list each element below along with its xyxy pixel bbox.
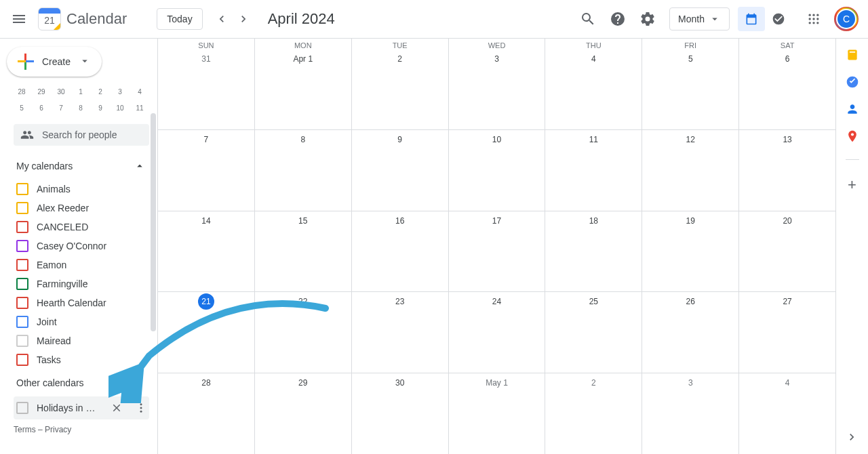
day-cell[interactable]: May 1 xyxy=(449,373,546,454)
day-cell[interactable]: 9 xyxy=(352,130,449,211)
mini-cal-day[interactable]: 6 xyxy=(33,100,50,116)
day-cell[interactable]: 10 xyxy=(449,130,546,211)
day-cell[interactable]: 25 xyxy=(545,292,642,373)
day-cell[interactable]: 27 xyxy=(739,292,835,373)
day-cell[interactable]: 26 xyxy=(642,292,739,373)
sidebar-scrollbar[interactable] xyxy=(149,113,157,449)
day-cell[interactable]: 6 xyxy=(739,49,835,130)
calendar-checkbox[interactable] xyxy=(16,259,28,271)
day-cell[interactable]: 31 xyxy=(158,49,255,130)
calendar-view-toggle[interactable] xyxy=(738,7,765,31)
day-cell[interactable]: 3 xyxy=(642,373,739,454)
keep-icon[interactable] xyxy=(846,48,859,62)
hide-side-panel-button[interactable] xyxy=(845,430,859,446)
tasks-icon[interactable] xyxy=(846,75,859,89)
mini-cal-day[interactable]: 9 xyxy=(92,100,108,116)
mini-cal-day[interactable]: 5 xyxy=(14,100,30,116)
account-avatar[interactable]: C xyxy=(835,8,857,30)
day-cell[interactable]: 4 xyxy=(545,49,642,130)
calendar-checkbox[interactable] xyxy=(16,335,28,347)
calendar-checkbox[interactable] xyxy=(16,183,28,195)
day-cell[interactable]: 20 xyxy=(739,211,835,292)
calendar-item[interactable]: Joint xyxy=(14,312,149,331)
mini-cal-day[interactable]: 29 xyxy=(33,83,50,100)
day-cell[interactable]: 5 xyxy=(642,49,739,130)
day-cell[interactable]: 15 xyxy=(255,211,352,292)
calendar-item[interactable]: CANCELED xyxy=(14,218,149,236)
my-calendars-header[interactable]: My calendars xyxy=(0,152,157,180)
add-other-calendar-button[interactable] xyxy=(113,375,129,391)
day-cell[interactable]: 18 xyxy=(545,211,642,292)
calendar-item[interactable]: Animals xyxy=(14,180,149,199)
calendar-checkbox[interactable] xyxy=(16,240,28,252)
mini-cal-day[interactable]: 30 xyxy=(53,83,69,100)
day-cell[interactable]: 28 xyxy=(158,373,255,454)
day-cell[interactable]: 14 xyxy=(158,211,255,292)
day-cell[interactable]: 2 xyxy=(545,373,642,454)
mini-cal-day[interactable]: 3 xyxy=(112,83,128,100)
calendar-logo[interactable]: Calendar xyxy=(38,7,127,30)
calendar-options-button[interactable] xyxy=(133,400,149,416)
day-cell[interactable]: Apr 1 xyxy=(255,49,352,130)
calendar-item[interactable]: Eamon xyxy=(14,255,149,274)
mini-cal-day[interactable]: 10 xyxy=(112,100,128,116)
mini-cal-day[interactable]: 1 xyxy=(73,83,89,100)
search-people-input[interactable]: Search for people xyxy=(14,124,149,146)
next-month-button[interactable] xyxy=(233,8,254,30)
calendar-item[interactable]: Hearth Calendar xyxy=(14,293,149,312)
day-cell[interactable]: 8 xyxy=(255,130,352,211)
calendar-item[interactable]: Farmingville xyxy=(14,274,149,293)
calendar-checkbox[interactable] xyxy=(16,297,28,309)
main-menu-button[interactable] xyxy=(5,5,33,33)
day-cell[interactable]: 3 xyxy=(449,49,546,130)
contacts-icon[interactable] xyxy=(846,102,859,116)
day-cell[interactable]: 29 xyxy=(255,373,352,454)
google-apps-button[interactable] xyxy=(800,5,827,33)
create-button[interactable]: Create xyxy=(7,47,102,77)
day-cell[interactable]: 2 xyxy=(352,49,449,130)
calendar-checkbox[interactable] xyxy=(16,202,28,214)
privacy-link[interactable]: Privacy xyxy=(45,425,71,434)
day-cell[interactable]: 7 xyxy=(158,130,255,211)
terms-link[interactable]: Terms xyxy=(14,425,36,434)
calendar-checkbox[interactable] xyxy=(16,221,28,233)
mini-cal-day[interactable]: 28 xyxy=(14,83,30,100)
calendar-item[interactable]: Tasks xyxy=(14,350,149,369)
day-cell[interactable]: 4 xyxy=(739,373,835,454)
mini-cal-day[interactable]: 4 xyxy=(132,83,148,100)
day-cell[interactable]: 30 xyxy=(352,373,449,454)
get-addons-button[interactable]: + xyxy=(848,176,856,194)
calendar-item[interactable]: Holidays in Unit… xyxy=(14,396,149,419)
calendar-item[interactable]: Alex Reeder xyxy=(14,199,149,218)
other-calendars-header[interactable]: Other calendars xyxy=(0,369,157,396)
day-cell[interactable]: 17 xyxy=(449,211,546,292)
calendar-checkbox[interactable] xyxy=(16,402,28,414)
view-selector[interactable]: Month xyxy=(669,7,730,30)
day-cell[interactable]: 24 xyxy=(449,292,546,373)
day-cell[interactable]: 21 xyxy=(158,292,255,373)
day-cell[interactable]: 16 xyxy=(352,211,449,292)
calendar-checkbox[interactable] xyxy=(16,354,28,366)
today-button[interactable]: Today xyxy=(157,8,202,30)
support-button[interactable] xyxy=(604,5,631,33)
prev-month-button[interactable] xyxy=(211,8,233,30)
day-cell[interactable]: 13 xyxy=(739,130,835,211)
mini-cal-day[interactable]: 7 xyxy=(53,100,69,116)
calendar-item[interactable]: Casey O'Connor xyxy=(14,236,149,255)
day-cell[interactable]: 22 xyxy=(255,292,352,373)
mini-calendar[interactable]: 2829301234567891011 xyxy=(0,83,157,120)
mini-cal-day[interactable]: 2 xyxy=(92,83,108,100)
day-cell[interactable]: 12 xyxy=(642,130,739,211)
remove-calendar-button[interactable] xyxy=(108,400,125,416)
calendar-checkbox[interactable] xyxy=(16,278,28,290)
mini-cal-day[interactable]: 11 xyxy=(132,100,148,116)
calendar-item[interactable]: Mairead xyxy=(14,331,149,350)
tasks-view-toggle[interactable] xyxy=(765,7,792,31)
day-cell[interactable]: 11 xyxy=(545,130,642,211)
day-cell[interactable]: 23 xyxy=(352,292,449,373)
search-button[interactable] xyxy=(574,5,601,33)
day-cell[interactable]: 19 xyxy=(642,211,739,292)
maps-icon[interactable] xyxy=(846,129,859,143)
calendar-checkbox[interactable] xyxy=(16,316,28,328)
mini-cal-day[interactable]: 8 xyxy=(73,100,89,116)
